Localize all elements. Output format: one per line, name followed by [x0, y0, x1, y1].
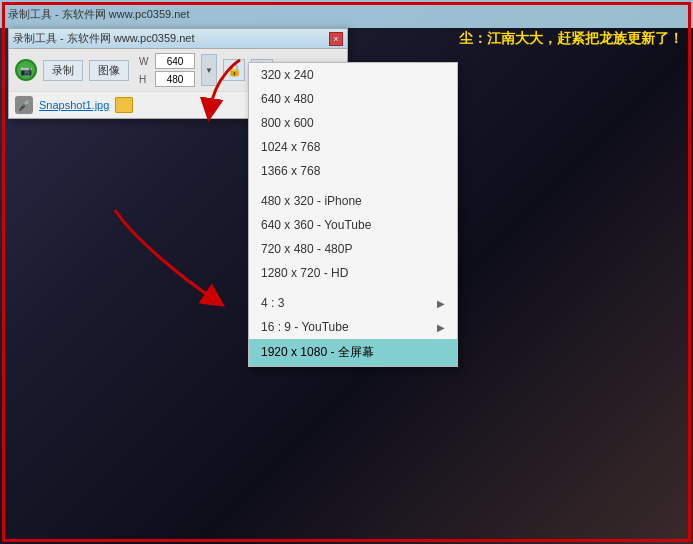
width-label: W	[139, 56, 153, 67]
lock-icon: 🔒	[227, 63, 242, 77]
top-right-text: 尘：江南大大，赶紧把龙族更新了！	[459, 30, 683, 48]
top-bar: 录制工具 - 东软件网 www.pc0359.net	[0, 0, 693, 28]
mic-icon: 🎤	[15, 96, 33, 114]
arrow-16-9: ▶	[437, 322, 445, 333]
camera-icon: 📷	[15, 59, 37, 81]
image-button[interactable]: 图像	[89, 60, 129, 81]
close-button[interactable]: ×	[329, 32, 343, 46]
top-bar-text: 录制工具 - 东软件网 www.pc0359.net	[8, 7, 190, 22]
toolbar-title-bar: 录制工具 - 东软件网 www.pc0359.net ×	[9, 29, 347, 49]
menu-item-1080-fullscreen[interactable]: 1920 x 1080 - 全屏幕	[249, 339, 457, 366]
menu-item-320x240[interactable]: 320 x 240	[249, 63, 457, 87]
menu-item-4-3[interactable]: 4 : 3 ▶	[249, 291, 457, 315]
menu-item-iphone[interactable]: 480 x 320 - iPhone	[249, 189, 457, 213]
menu-item-480p[interactable]: 720 x 480 - 480P	[249, 237, 457, 261]
menu-item-1024x768[interactable]: 1024 x 768	[249, 135, 457, 159]
record-button[interactable]: 录制	[43, 60, 83, 81]
width-input[interactable]	[155, 53, 195, 69]
file-name-link[interactable]: Snapshot1.jpg	[39, 99, 109, 111]
toolbar-title-text: 录制工具 - 东软件网 www.pc0359.net	[13, 31, 195, 46]
folder-icon[interactable]	[115, 97, 133, 113]
size-group: W H	[139, 53, 195, 87]
dropdown-menu: 320 x 240 640 x 480 800 x 600 1024 x 768…	[248, 62, 458, 367]
menu-item-640x480[interactable]: 640 x 480	[249, 87, 457, 111]
menu-item-16-9-youtube[interactable]: 16 : 9 - YouTube ▶	[249, 315, 457, 339]
height-row: H	[139, 71, 195, 87]
menu-item-youtube-360[interactable]: 640 x 360 - YouTube	[249, 213, 457, 237]
lock-button[interactable]: 🔒	[223, 59, 245, 81]
menu-item-hd[interactable]: 1280 x 720 - HD	[249, 261, 457, 285]
menu-item-1366x768[interactable]: 1366 x 768	[249, 159, 457, 183]
dropdown-arrow-button[interactable]: ▼	[201, 54, 217, 86]
height-label: H	[139, 74, 153, 85]
arrow-4-3: ▶	[437, 298, 445, 309]
menu-item-800x600[interactable]: 800 x 600	[249, 111, 457, 135]
width-row: W	[139, 53, 195, 69]
height-input[interactable]	[155, 71, 195, 87]
